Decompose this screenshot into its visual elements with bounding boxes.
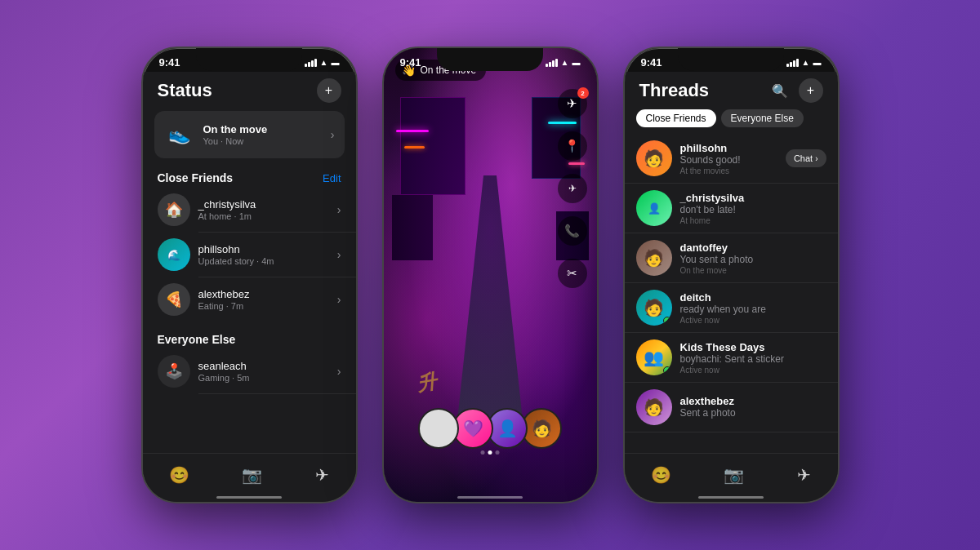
location-action-btn[interactable]: 📍	[558, 131, 587, 161]
avatar-emoji: 🧑	[644, 298, 664, 317]
thread-info-kids: Kids These Days boyhachi: Sent a sticker…	[680, 341, 826, 375]
dot-1	[481, 450, 485, 455]
phone-story: 9:41 ▲ ▬ 升 👋	[382, 47, 599, 503]
battery-icon-1: ▬	[332, 58, 340, 67]
thread-dantoffey[interactable]: 🧑 dantoffey You sent a photo On the move	[625, 233, 838, 283]
status-bar-3: 9:41 ▲ ▬	[625, 48, 838, 72]
phone-icon: 📞	[564, 224, 580, 238]
settings-action-btn[interactable]: ✂	[558, 259, 587, 288]
friend-info-christysilva: _christysilva At home · 1m	[198, 198, 329, 221]
time-2: 9:41	[400, 56, 421, 69]
friend-info-seanleach: seanleach Gaming · 5m	[198, 360, 329, 383]
dot-3	[496, 450, 500, 455]
call-action-btn[interactable]: 📞	[558, 216, 587, 246]
flight-action-btn[interactable]: ✈	[558, 174, 587, 203]
story-background: 升 👋 On the move ✈ 2 📍 ✈ 📞 ✂	[384, 48, 597, 502]
send-nav-icon[interactable]: ✈	[315, 465, 329, 485]
thread-name: alexthebez	[680, 395, 826, 407]
thread-name: _christysilva	[680, 192, 826, 204]
chat-button-phillsohn[interactable]: Chat ›	[786, 149, 826, 167]
friend-item-christysilva[interactable]: 🏠 _christysilva At home · 1m ›	[143, 188, 356, 232]
status-icons-2: ▲ ▬	[546, 58, 581, 67]
avatar-phillsohn-thread: 🧑	[636, 140, 672, 176]
avatar-seanleach: 🕹️	[158, 355, 190, 388]
friend-status: Gaming · 5m	[198, 373, 329, 383]
chevron-icon: ›	[337, 365, 341, 378]
signal-bars-3	[786, 59, 799, 67]
camera-nav-icon-3[interactable]: 📷	[724, 465, 744, 485]
close-friends-header: Close Friends Edit	[143, 166, 356, 188]
thread-message: Sent a photo	[680, 407, 826, 419]
my-status-subtitle: You · Now	[203, 136, 323, 146]
my-status-info: On the move You · Now	[203, 123, 323, 146]
time-1: 9:41	[159, 56, 180, 69]
avatar-alexthebez-thread: 🧑	[636, 389, 672, 425]
thread-info-christysilva: _christysilva don't be late! At home	[680, 192, 826, 225]
thread-name: Kids These Days	[680, 341, 826, 353]
thread-christysilva[interactable]: 👤 _christysilva don't be late! At home	[625, 184, 838, 233]
thread-name: phillsohn	[680, 142, 777, 154]
signal-bars-2	[546, 59, 558, 67]
chevron-icon: ›	[331, 128, 335, 141]
my-status-emoji: 👟	[164, 119, 195, 150]
graffiti-art: 升	[414, 368, 438, 397]
notification-badge: 2	[577, 87, 589, 99]
search-button[interactable]: 🔍	[768, 78, 792, 103]
friend-name: alexthebez	[198, 288, 329, 300]
everyone-else-header: Everyone Else	[143, 328, 356, 349]
chevron-icon: ›	[337, 203, 341, 216]
active-status-dot	[663, 317, 671, 325]
threads-action-buttons: 🔍 +	[768, 78, 823, 103]
everyone-else-label: Everyone Else	[158, 333, 236, 346]
bottom-nav-1: 😊 📷 ✈	[143, 453, 356, 502]
thread-phillsohn[interactable]: 🧑 phillsohn Sounds good! At the movies C…	[625, 134, 838, 184]
send-action-btn[interactable]: ✈ 2	[558, 89, 587, 118]
signal-bars-1	[305, 59, 317, 67]
scissors-icon: ✂	[567, 266, 577, 281]
friend-item-alexthebez[interactable]: 🍕 alexthebez Eating · 7m ›	[143, 277, 356, 322]
group-emoji: 👥	[644, 348, 664, 367]
thread-kids-these-days[interactable]: 👥 Kids These Days boyhachi: Sent a stick…	[625, 333, 838, 383]
my-status-card[interactable]: 👟 On the move You · Now ›	[154, 111, 345, 158]
arrow-icon: ›	[815, 154, 817, 163]
thread-deitch[interactable]: 🧑 deitch ready when you are Active now	[625, 283, 838, 333]
friend-status: Eating · 7m	[198, 301, 329, 311]
status-title: Status	[158, 80, 212, 101]
edit-button[interactable]: Edit	[323, 172, 341, 184]
viewer-1	[418, 408, 459, 449]
new-thread-button[interactable]: +	[799, 78, 823, 103]
thread-info-dantoffey: dantoffey You sent a photo On the move	[680, 242, 826, 275]
thread-sub: On the move	[680, 266, 826, 275]
thread-alexthebez[interactable]: 🧑 alexthebez Sent a photo	[625, 383, 838, 432]
send-nav-icon-3[interactable]: ✈	[797, 465, 811, 485]
friend-item-phillsohn[interactable]: 🌊 phillsohn Updated story · 4m ›	[143, 233, 356, 277]
add-status-button[interactable]: +	[317, 78, 341, 103]
tab-everyone-else[interactable]: Everyone Else	[721, 109, 804, 127]
my-status-title: On the move	[203, 123, 323, 135]
avatar-christysilva: 🏠	[158, 193, 190, 226]
status-icons-3: ▲ ▬	[786, 58, 822, 67]
friend-item-seanleach[interactable]: 🕹️ seanleach Gaming · 5m ›	[143, 349, 356, 393]
close-friends-label: Close Friends	[158, 171, 234, 184]
friend-name: _christysilva	[198, 198, 329, 211]
status-header: Status +	[143, 72, 356, 108]
thread-info-phillsohn: phillsohn Sounds good! At the movies	[680, 142, 777, 175]
thread-info-alexthebez: alexthebez Sent a photo	[680, 395, 826, 419]
street-road	[457, 175, 523, 420]
status-bar-2: 9:41 ▲ ▬	[384, 48, 597, 72]
tab-close-friends[interactable]: Close Friends	[636, 109, 716, 127]
active-status-dot-2	[663, 366, 671, 375]
thread-message: You sent a photo	[680, 254, 826, 265]
battery-icon-2: ▬	[572, 58, 581, 67]
location-icon: 📍	[564, 139, 580, 153]
home-indicator-2	[457, 496, 523, 499]
emoji-nav-icon-3[interactable]: 😊	[651, 465, 671, 485]
home-indicator	[216, 496, 282, 499]
avatar-kids-thread: 👥	[636, 339, 672, 375]
bottom-nav-3: 😊 📷 ✈	[625, 453, 838, 502]
avatar-phillsohn: 🌊	[158, 238, 190, 271]
thread-message: boyhachi: Sent a sticker	[680, 353, 826, 365]
emoji-nav-icon[interactable]: 😊	[169, 465, 189, 485]
story-actions: ✈ 2 📍 ✈ 📞 ✂	[558, 89, 587, 288]
camera-nav-icon[interactable]: 📷	[242, 465, 262, 485]
